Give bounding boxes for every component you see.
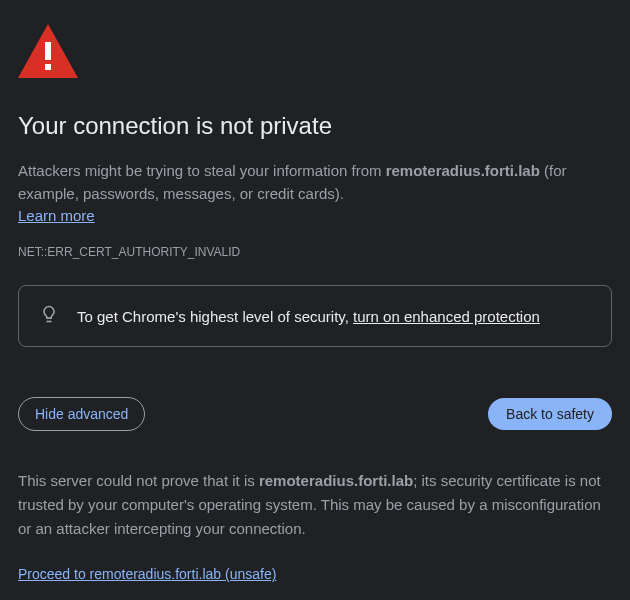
page-title: Your connection is not private: [18, 112, 612, 140]
enhanced-protection-link[interactable]: turn on enhanced protection: [353, 308, 540, 325]
detail-domain: remoteradius.forti.lab: [259, 472, 413, 489]
warning-prefix: Attackers might be trying to steal your …: [18, 162, 386, 179]
enhanced-prefix: To get Chrome's highest level of securit…: [77, 308, 353, 325]
hide-advanced-button[interactable]: Hide advanced: [18, 397, 145, 431]
svg-rect-1: [45, 42, 51, 60]
detail-message: This server could not prove that it is r…: [18, 469, 612, 541]
learn-more-link[interactable]: Learn more: [18, 207, 95, 224]
error-code: NET::ERR_CERT_AUTHORITY_INVALID: [18, 245, 612, 259]
button-row: Hide advanced Back to safety: [18, 397, 612, 431]
lightbulb-icon: [39, 304, 59, 328]
enhanced-text: To get Chrome's highest level of securit…: [77, 308, 540, 325]
warning-message: Attackers might be trying to steal your …: [18, 160, 612, 205]
enhanced-protection-banner: To get Chrome's highest level of securit…: [18, 285, 612, 347]
back-to-safety-button[interactable]: Back to safety: [488, 398, 612, 430]
warning-triangle-icon: [18, 24, 612, 82]
svg-rect-2: [45, 64, 51, 70]
warning-domain: remoteradius.forti.lab: [386, 162, 540, 179]
detail-prefix: This server could not prove that it is: [18, 472, 259, 489]
proceed-unsafe-link[interactable]: Proceed to remoteradius.forti.lab (unsaf…: [18, 566, 276, 582]
